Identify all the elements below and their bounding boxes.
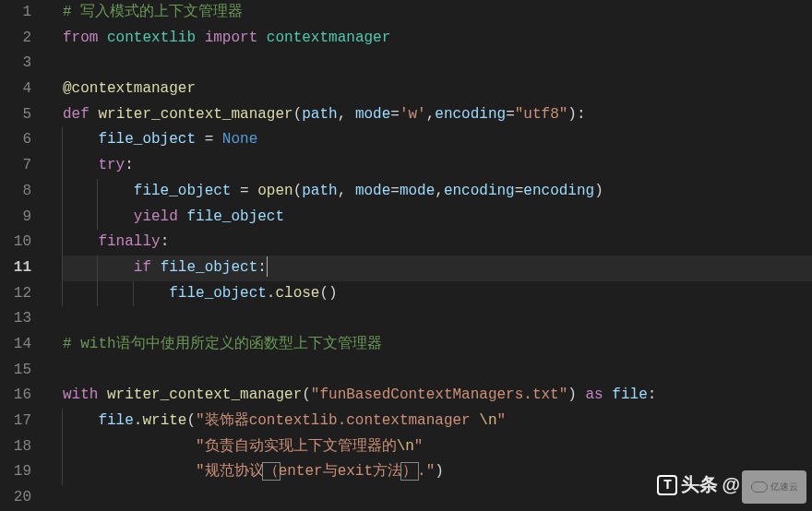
line-number: 17 — [0, 409, 31, 434]
code-line[interactable]: file.write("装饰器contextlib.contextmanager… — [63, 409, 812, 434]
line-number: 11 — [0, 256, 31, 281]
code-line[interactable]: def writer_context_manager(path, mode='w… — [63, 102, 812, 128]
line-number-gutter: 1234567891011121314151617181920 — [0, 0, 48, 511]
code-line[interactable]: # 写入模式的上下文管理器 — [63, 0, 812, 26]
code-line[interactable] — [63, 51, 812, 77]
line-number: 20 — [0, 485, 31, 511]
toutiao-at: @ — [722, 472, 740, 498]
line-number: 2 — [0, 26, 31, 52]
line-number: 6 — [0, 127, 31, 153]
line-number: 5 — [0, 102, 31, 128]
text-cursor — [267, 256, 268, 277]
line-number: 3 — [0, 51, 31, 77]
yisu-watermark: 亿速云 — [742, 470, 806, 504]
code-line[interactable] — [63, 358, 812, 384]
code-area[interactable]: # 写入模式的上下文管理器from contextlib import cont… — [48, 0, 812, 511]
code-line[interactable]: file_object.close() — [63, 281, 812, 307]
cloud-icon — [751, 481, 768, 493]
code-line[interactable]: "负责自动实现上下文管理器的\n" — [63, 434, 812, 460]
toutiao-text: 头条 — [681, 472, 718, 498]
code-line[interactable]: finally: — [63, 230, 812, 256]
line-number: 16 — [0, 383, 31, 409]
line-number: 1 — [0, 0, 31, 26]
line-number: 13 — [0, 306, 31, 332]
line-number: 15 — [0, 358, 31, 384]
code-editor[interactable]: 1234567891011121314151617181920 # 写入模式的上… — [0, 0, 812, 511]
line-number: 18 — [0, 434, 31, 460]
yisu-text: 亿速云 — [770, 474, 798, 500]
line-number: 8 — [0, 179, 31, 205]
toutiao-logo-icon: T — [657, 475, 677, 495]
line-number: 12 — [0, 281, 31, 307]
code-line[interactable]: yield file_object — [63, 205, 812, 231]
code-line[interactable]: file_object = open(path, mode=mode,encod… — [63, 179, 812, 205]
line-number: 7 — [0, 153, 31, 179]
code-line[interactable]: with writer_context_manager("funBasedCon… — [63, 383, 812, 409]
line-number: 19 — [0, 459, 31, 485]
code-line[interactable]: file_object = None — [63, 127, 812, 153]
code-line[interactable]: try: — [63, 153, 812, 179]
code-line[interactable]: from contextlib import contextmanager — [63, 26, 812, 52]
line-number: 10 — [0, 230, 31, 256]
line-number: 4 — [0, 77, 31, 102]
code-line[interactable] — [63, 306, 812, 332]
code-line[interactable]: # with语句中使用所定义的函数型上下文管理器 — [63, 332, 812, 358]
toutiao-watermark: T 头条 @ — [657, 472, 740, 498]
code-line[interactable]: @contextmanager — [63, 77, 812, 102]
line-number: 14 — [0, 332, 31, 358]
code-line[interactable]: if file_object: — [63, 256, 812, 281]
line-number: 9 — [0, 205, 31, 231]
